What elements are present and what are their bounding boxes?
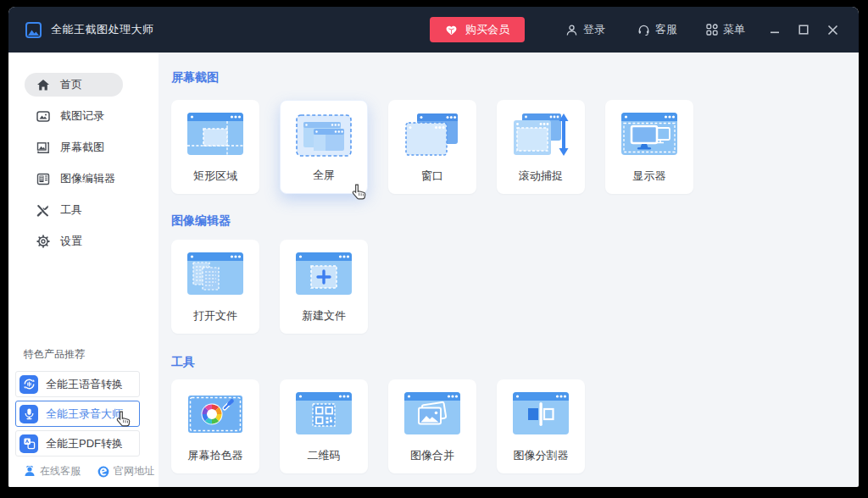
featured-products-panel: 特色产品推荐 全能王语音转换 全能王录音大师 <box>8 347 159 479</box>
section-row: 屏幕拾色器 <box>171 379 859 473</box>
card-new-file[interactable]: 新建文件 <box>280 240 368 334</box>
card-label: 屏幕拾色器 <box>171 448 259 463</box>
support-button[interactable]: 客服 <box>637 22 677 37</box>
image-editor-icon <box>36 173 50 185</box>
section-row: 矩形区域 全屏 <box>171 100 859 194</box>
card-image-splitter[interactable]: 图像分割器 <box>497 379 585 473</box>
card-scroll-capture[interactable]: 滚动捕捉 <box>497 100 585 194</box>
card-rect-region[interactable]: 矩形区域 <box>171 100 259 194</box>
user-icon <box>565 24 578 36</box>
monitor-capture-icon <box>620 112 678 158</box>
sidebar-item-label: 首页 <box>60 77 82 92</box>
window-capture-icon <box>403 112 461 158</box>
home-icon <box>36 79 50 91</box>
capture-history-icon <box>36 110 50 123</box>
desktop-background: 全能王截图处理大师 购买会员 登录 客服 菜单 <box>0 0 868 498</box>
buy-membership-button[interactable]: 购买会员 <box>430 17 525 42</box>
app-title: 全能王截图处理大师 <box>51 22 154 37</box>
section-row: 打开文件 新建文件 <box>171 240 859 334</box>
card-window-capture[interactable]: 窗口 <box>388 100 476 194</box>
card-color-picker[interactable]: 屏幕拾色器 <box>171 379 259 473</box>
menu-label: 菜单 <box>723 22 745 37</box>
card-monitor-capture[interactable]: 显示器 <box>605 100 693 194</box>
maximize-icon <box>798 25 809 35</box>
sidebar-item-tools[interactable]: 工具 <box>25 198 123 222</box>
section-title-tools: 工具 <box>171 355 859 370</box>
website-link[interactable]: 官网地址 <box>97 464 154 479</box>
headset-icon <box>637 24 650 36</box>
maximize-button[interactable] <box>789 17 818 42</box>
card-label: 图像合并 <box>388 448 476 463</box>
card-label: 显示器 <box>605 169 693 184</box>
online-support-icon <box>24 466 36 477</box>
app-window: 全能王截图处理大师 购买会员 登录 客服 菜单 <box>8 7 859 487</box>
close-button[interactable] <box>818 17 847 42</box>
minimize-icon <box>770 25 780 35</box>
sidebar-item-screen-capture[interactable]: 屏幕截图 <box>25 136 123 159</box>
support-label: 客服 <box>655 22 677 37</box>
sidebar-footer-links: 在线客服 官网地址 <box>24 464 159 479</box>
sidebar-item-label: 设置 <box>60 234 82 249</box>
heart-gem-icon <box>445 25 458 36</box>
product-recorder[interactable]: 全能王录音大师 <box>15 401 140 427</box>
image-splitter-icon <box>512 391 570 437</box>
login-button[interactable]: 登录 <box>565 22 605 37</box>
product-voice-convert[interactable]: 全能王语音转换 <box>15 371 140 397</box>
section-title-screen-capture: 屏幕截图 <box>171 70 859 86</box>
product-pdf-convert[interactable]: 全能王PDF转换 <box>15 430 140 456</box>
product-label: 全能王录音大师 <box>46 407 123 422</box>
qr-code-icon <box>295 391 353 437</box>
rect-region-icon <box>186 112 244 158</box>
recorder-icon <box>19 405 38 423</box>
sidebar-item-image-editor[interactable]: 图像编辑器 <box>25 167 123 191</box>
product-label: 全能王语音转换 <box>46 377 123 392</box>
product-label: 全能王PDF转换 <box>46 436 123 451</box>
card-qr-code[interactable]: 二维码 <box>280 379 368 473</box>
card-label: 全屏 <box>281 168 367 183</box>
card-label: 打开文件 <box>171 308 259 324</box>
pdf-convert-icon <box>19 434 38 453</box>
featured-products-heading: 特色产品推荐 <box>24 347 159 362</box>
card-fullscreen[interactable]: 全屏 <box>280 100 368 194</box>
card-label: 窗口 <box>388 169 476 184</box>
settings-icon <box>36 235 50 248</box>
sidebar-item-label: 截图记录 <box>60 108 104 124</box>
titlebar: 全能王截图处理大师 购买会员 登录 客服 菜单 <box>8 7 859 53</box>
color-picker-icon <box>186 391 244 437</box>
card-label: 二维码 <box>280 448 368 463</box>
sidebar: 首页 截图记录 屏幕截图 图像编辑器 工具 <box>8 53 159 487</box>
website-icon <box>97 466 109 478</box>
main-content: 屏幕截图 矩形区域 <box>159 53 859 487</box>
sidebar-item-capture-history[interactable]: 截图记录 <box>25 104 123 128</box>
minimize-button[interactable] <box>760 17 789 42</box>
screen-capture-icon <box>36 141 50 154</box>
open-file-icon <box>186 252 244 297</box>
new-file-icon <box>295 252 353 297</box>
website-label: 官网地址 <box>114 464 154 479</box>
card-image-merge[interactable]: 图像合并 <box>388 379 476 473</box>
card-label: 图像分割器 <box>497 448 585 463</box>
sidebar-nav: 首页 截图记录 屏幕截图 图像编辑器 工具 <box>8 53 159 253</box>
card-label: 滚动捕捉 <box>497 169 585 184</box>
grid-menu-icon <box>706 24 718 36</box>
online-support-link[interactable]: 在线客服 <box>24 464 81 479</box>
menu-button[interactable]: 菜单 <box>706 22 745 37</box>
login-label: 登录 <box>583 22 605 37</box>
section-title-image-editor: 图像编辑器 <box>171 213 859 229</box>
card-label: 矩形区域 <box>171 169 259 184</box>
sidebar-item-settings[interactable]: 设置 <box>25 230 123 253</box>
card-open-file[interactable]: 打开文件 <box>171 240 259 334</box>
app-logo-icon <box>25 22 42 38</box>
scroll-capture-icon <box>512 112 570 158</box>
tools-icon <box>36 204 50 217</box>
online-support-label: 在线客服 <box>40 464 81 479</box>
voice-convert-icon <box>19 375 38 394</box>
fullscreen-icon <box>295 113 353 158</box>
card-label: 新建文件 <box>280 308 368 324</box>
sidebar-item-label: 工具 <box>60 202 82 218</box>
close-icon <box>827 25 838 36</box>
sidebar-item-label: 屏幕截图 <box>60 140 104 155</box>
sidebar-item-label: 图像编辑器 <box>60 171 115 186</box>
sidebar-item-home[interactable]: 首页 <box>25 73 123 97</box>
image-merge-icon <box>403 391 461 437</box>
